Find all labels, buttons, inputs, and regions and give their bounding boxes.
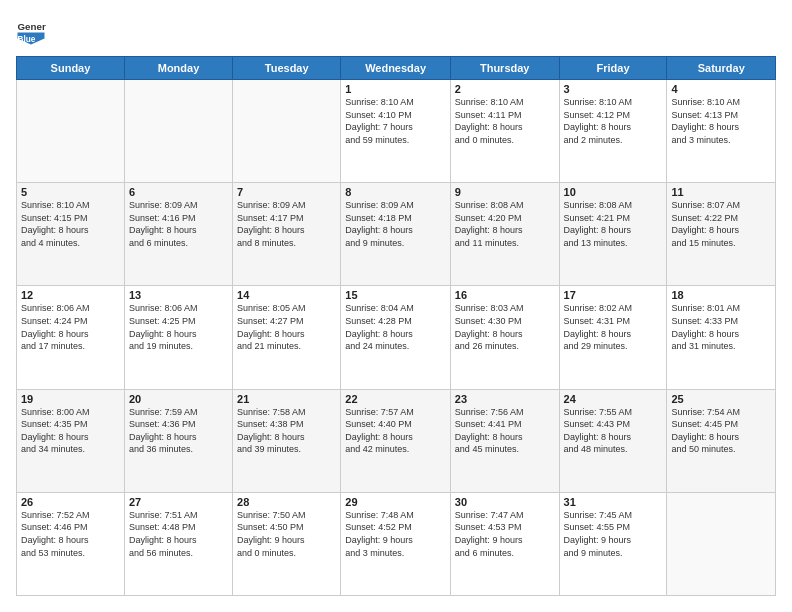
day-number: 26 xyxy=(21,496,120,508)
day-cell: 24Sunrise: 7:55 AM Sunset: 4:43 PM Dayli… xyxy=(559,389,667,492)
day-info: Sunrise: 8:09 AM Sunset: 4:16 PM Dayligh… xyxy=(129,199,228,249)
day-cell: 20Sunrise: 7:59 AM Sunset: 4:36 PM Dayli… xyxy=(124,389,232,492)
day-info: Sunrise: 7:54 AM Sunset: 4:45 PM Dayligh… xyxy=(671,406,771,456)
day-cell: 18Sunrise: 8:01 AM Sunset: 4:33 PM Dayli… xyxy=(667,286,776,389)
week-row-4: 19Sunrise: 8:00 AM Sunset: 4:35 PM Dayli… xyxy=(17,389,776,492)
logo-icon: General Blue xyxy=(16,16,46,46)
weekday-thursday: Thursday xyxy=(450,57,559,80)
day-cell: 27Sunrise: 7:51 AM Sunset: 4:48 PM Dayli… xyxy=(124,492,232,595)
day-number: 20 xyxy=(129,393,228,405)
weekday-saturday: Saturday xyxy=(667,57,776,80)
weekday-monday: Monday xyxy=(124,57,232,80)
day-number: 27 xyxy=(129,496,228,508)
day-number: 19 xyxy=(21,393,120,405)
day-cell: 4Sunrise: 8:10 AM Sunset: 4:13 PM Daylig… xyxy=(667,80,776,183)
day-cell: 1Sunrise: 8:10 AM Sunset: 4:10 PM Daylig… xyxy=(341,80,451,183)
day-info: Sunrise: 7:50 AM Sunset: 4:50 PM Dayligh… xyxy=(237,509,336,559)
day-number: 14 xyxy=(237,289,336,301)
day-info: Sunrise: 8:07 AM Sunset: 4:22 PM Dayligh… xyxy=(671,199,771,249)
weekday-friday: Friday xyxy=(559,57,667,80)
day-number: 23 xyxy=(455,393,555,405)
day-number: 28 xyxy=(237,496,336,508)
day-cell: 10Sunrise: 8:08 AM Sunset: 4:21 PM Dayli… xyxy=(559,183,667,286)
day-cell xyxy=(233,80,341,183)
day-number: 24 xyxy=(564,393,663,405)
day-number: 22 xyxy=(345,393,446,405)
day-info: Sunrise: 7:51 AM Sunset: 4:48 PM Dayligh… xyxy=(129,509,228,559)
week-row-5: 26Sunrise: 7:52 AM Sunset: 4:46 PM Dayli… xyxy=(17,492,776,595)
day-cell: 12Sunrise: 8:06 AM Sunset: 4:24 PM Dayli… xyxy=(17,286,125,389)
day-number: 21 xyxy=(237,393,336,405)
day-cell: 25Sunrise: 7:54 AM Sunset: 4:45 PM Dayli… xyxy=(667,389,776,492)
day-info: Sunrise: 7:47 AM Sunset: 4:53 PM Dayligh… xyxy=(455,509,555,559)
day-number: 3 xyxy=(564,83,663,95)
page: General Blue SundayMondayTuesdayWednesda… xyxy=(0,0,792,612)
day-number: 4 xyxy=(671,83,771,95)
day-info: Sunrise: 7:59 AM Sunset: 4:36 PM Dayligh… xyxy=(129,406,228,456)
day-number: 25 xyxy=(671,393,771,405)
day-info: Sunrise: 8:05 AM Sunset: 4:27 PM Dayligh… xyxy=(237,302,336,352)
week-row-2: 5Sunrise: 8:10 AM Sunset: 4:15 PM Daylig… xyxy=(17,183,776,286)
week-row-3: 12Sunrise: 8:06 AM Sunset: 4:24 PM Dayli… xyxy=(17,286,776,389)
day-cell: 13Sunrise: 8:06 AM Sunset: 4:25 PM Dayli… xyxy=(124,286,232,389)
day-cell: 23Sunrise: 7:56 AM Sunset: 4:41 PM Dayli… xyxy=(450,389,559,492)
day-cell xyxy=(17,80,125,183)
day-cell: 26Sunrise: 7:52 AM Sunset: 4:46 PM Dayli… xyxy=(17,492,125,595)
day-info: Sunrise: 8:04 AM Sunset: 4:28 PM Dayligh… xyxy=(345,302,446,352)
day-info: Sunrise: 8:01 AM Sunset: 4:33 PM Dayligh… xyxy=(671,302,771,352)
day-number: 1 xyxy=(345,83,446,95)
day-number: 31 xyxy=(564,496,663,508)
day-cell: 2Sunrise: 8:10 AM Sunset: 4:11 PM Daylig… xyxy=(450,80,559,183)
day-info: Sunrise: 7:45 AM Sunset: 4:55 PM Dayligh… xyxy=(564,509,663,559)
day-info: Sunrise: 8:10 AM Sunset: 4:13 PM Dayligh… xyxy=(671,96,771,146)
day-number: 7 xyxy=(237,186,336,198)
day-cell: 21Sunrise: 7:58 AM Sunset: 4:38 PM Dayli… xyxy=(233,389,341,492)
day-info: Sunrise: 7:57 AM Sunset: 4:40 PM Dayligh… xyxy=(345,406,446,456)
day-info: Sunrise: 8:10 AM Sunset: 4:11 PM Dayligh… xyxy=(455,96,555,146)
day-info: Sunrise: 8:10 AM Sunset: 4:12 PM Dayligh… xyxy=(564,96,663,146)
svg-text:Blue: Blue xyxy=(18,35,36,44)
day-cell: 22Sunrise: 7:57 AM Sunset: 4:40 PM Dayli… xyxy=(341,389,451,492)
day-info: Sunrise: 8:10 AM Sunset: 4:10 PM Dayligh… xyxy=(345,96,446,146)
day-info: Sunrise: 8:02 AM Sunset: 4:31 PM Dayligh… xyxy=(564,302,663,352)
day-number: 16 xyxy=(455,289,555,301)
svg-text:General: General xyxy=(18,21,47,32)
day-number: 30 xyxy=(455,496,555,508)
day-cell xyxy=(124,80,232,183)
day-cell: 7Sunrise: 8:09 AM Sunset: 4:17 PM Daylig… xyxy=(233,183,341,286)
day-info: Sunrise: 7:56 AM Sunset: 4:41 PM Dayligh… xyxy=(455,406,555,456)
day-cell: 5Sunrise: 8:10 AM Sunset: 4:15 PM Daylig… xyxy=(17,183,125,286)
day-number: 18 xyxy=(671,289,771,301)
weekday-sunday: Sunday xyxy=(17,57,125,80)
day-number: 6 xyxy=(129,186,228,198)
day-info: Sunrise: 8:08 AM Sunset: 4:20 PM Dayligh… xyxy=(455,199,555,249)
day-cell: 3Sunrise: 8:10 AM Sunset: 4:12 PM Daylig… xyxy=(559,80,667,183)
day-info: Sunrise: 8:00 AM Sunset: 4:35 PM Dayligh… xyxy=(21,406,120,456)
day-cell: 14Sunrise: 8:05 AM Sunset: 4:27 PM Dayli… xyxy=(233,286,341,389)
day-info: Sunrise: 8:06 AM Sunset: 4:24 PM Dayligh… xyxy=(21,302,120,352)
day-info: Sunrise: 8:08 AM Sunset: 4:21 PM Dayligh… xyxy=(564,199,663,249)
day-cell: 9Sunrise: 8:08 AM Sunset: 4:20 PM Daylig… xyxy=(450,183,559,286)
calendar-table: SundayMondayTuesdayWednesdayThursdayFrid… xyxy=(16,56,776,596)
day-info: Sunrise: 7:52 AM Sunset: 4:46 PM Dayligh… xyxy=(21,509,120,559)
day-number: 8 xyxy=(345,186,446,198)
weekday-header-row: SundayMondayTuesdayWednesdayThursdayFrid… xyxy=(17,57,776,80)
day-cell: 28Sunrise: 7:50 AM Sunset: 4:50 PM Dayli… xyxy=(233,492,341,595)
day-cell: 30Sunrise: 7:47 AM Sunset: 4:53 PM Dayli… xyxy=(450,492,559,595)
day-info: Sunrise: 8:06 AM Sunset: 4:25 PM Dayligh… xyxy=(129,302,228,352)
day-cell: 11Sunrise: 8:07 AM Sunset: 4:22 PM Dayli… xyxy=(667,183,776,286)
day-info: Sunrise: 8:09 AM Sunset: 4:18 PM Dayligh… xyxy=(345,199,446,249)
day-number: 15 xyxy=(345,289,446,301)
day-cell: 15Sunrise: 8:04 AM Sunset: 4:28 PM Dayli… xyxy=(341,286,451,389)
day-cell: 17Sunrise: 8:02 AM Sunset: 4:31 PM Dayli… xyxy=(559,286,667,389)
header: General Blue xyxy=(16,16,776,46)
day-number: 13 xyxy=(129,289,228,301)
day-number: 2 xyxy=(455,83,555,95)
day-number: 17 xyxy=(564,289,663,301)
day-cell: 8Sunrise: 8:09 AM Sunset: 4:18 PM Daylig… xyxy=(341,183,451,286)
day-info: Sunrise: 7:55 AM Sunset: 4:43 PM Dayligh… xyxy=(564,406,663,456)
day-info: Sunrise: 7:58 AM Sunset: 4:38 PM Dayligh… xyxy=(237,406,336,456)
day-cell: 29Sunrise: 7:48 AM Sunset: 4:52 PM Dayli… xyxy=(341,492,451,595)
day-number: 29 xyxy=(345,496,446,508)
day-number: 9 xyxy=(455,186,555,198)
